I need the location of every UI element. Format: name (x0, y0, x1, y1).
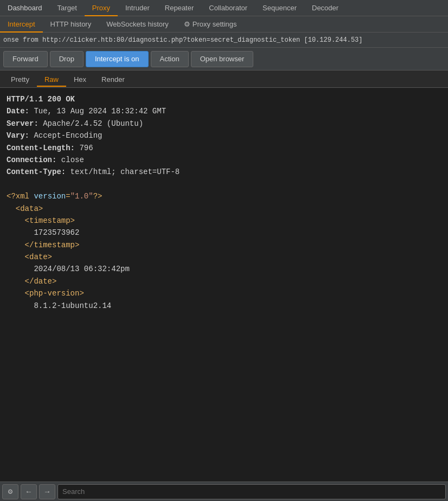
xml-php-version-value: 8.1.2-1ubuntu2.14 (7, 300, 441, 312)
response-content: HTTP/1.1 200 OK Date: Tue, 13 Aug 2024 1… (0, 88, 448, 481)
nav-item-intruder[interactable]: Intruder (118, 0, 157, 16)
header-connection: Connection: close (7, 154, 441, 166)
forward-nav-button[interactable]: → (39, 484, 55, 499)
gear-icon: ⚙ (184, 20, 190, 28)
forward-icon: → (45, 487, 49, 496)
xml-timestamp-value: 1723573962 (7, 227, 441, 239)
nav-item-dashboard[interactable]: Dashboard (0, 0, 50, 16)
header-content-length: Content-Length: 796 (7, 142, 441, 154)
back-icon: ← (27, 487, 31, 496)
header-vary: Vary: Accept-Encoding (7, 130, 441, 142)
content-tabs: Pretty Raw Hex Render (0, 70, 448, 88)
http-status-line: HTTP/1.1 200 OK (7, 93, 441, 105)
settings-button[interactable]: ⚙ (2, 484, 18, 499)
sub-nav-proxy-settings[interactable]: ⚙Proxy settings (176, 16, 245, 33)
drop-button[interactable]: Drop (50, 51, 84, 67)
intercept-button[interactable]: Intercept is on (86, 51, 149, 67)
xml-data-open: <data> (7, 203, 441, 215)
header-server: Server: Apache/2.4.52 (Ubuntu) (7, 118, 441, 130)
top-navigation: Dashboard Target Proxy Intruder Repeater… (0, 0, 448, 16)
open-browser-button[interactable]: Open browser (191, 51, 254, 67)
header-date: Date: Tue, 13 Aug 2024 18:32:42 GMT (7, 105, 441, 117)
url-bar: onse from http://clicker.htb:80/diagnost… (0, 33, 448, 48)
sub-nav-intercept[interactable]: Intercept (0, 16, 43, 33)
xml-date-open: <date> (7, 251, 441, 263)
tab-hex[interactable]: Hex (66, 73, 94, 87)
sub-nav-http-history[interactable]: HTTP history (43, 16, 99, 33)
nav-item-repeater[interactable]: Repeater (157, 0, 201, 16)
xml-php-version-open: <php-version> (7, 287, 441, 299)
header-content-type: Content-Type: text/html; charset=UTF-8 (7, 166, 441, 178)
toolbar: Forward Drop Intercept is on Action Open… (0, 48, 448, 70)
tab-raw[interactable]: Raw (37, 73, 66, 87)
xml-declaration: <?xml version="1.0"?> (7, 190, 441, 202)
xml-date-value: 2024/08/13 06:32:42pm (7, 263, 441, 275)
back-button[interactable]: ← (21, 484, 37, 499)
xml-timestamp-close: </timestamp> (7, 239, 441, 251)
sub-nav-websockets-history[interactable]: WebSockets history (99, 16, 176, 33)
nav-item-decoder[interactable]: Decoder (304, 0, 346, 16)
sub-navigation: Intercept HTTP history WebSockets histor… (0, 16, 448, 33)
xml-date-close: </date> (7, 275, 441, 287)
tab-pretty[interactable]: Pretty (3, 73, 37, 87)
nav-item-collaborator[interactable]: Collaborator (201, 0, 255, 16)
bottom-bar: ⚙ ← → (0, 481, 448, 501)
tab-render[interactable]: Render (94, 73, 132, 87)
xml-timestamp-open: <timestamp> (7, 215, 441, 227)
nav-item-proxy[interactable]: Proxy (85, 0, 118, 16)
search-input[interactable] (57, 484, 446, 499)
nav-item-target[interactable]: Target (50, 0, 85, 16)
gear-icon: ⚙ (8, 487, 12, 496)
action-button[interactable]: Action (151, 51, 189, 67)
forward-button[interactable]: Forward (3, 51, 48, 67)
nav-item-sequencer[interactable]: Sequencer (255, 0, 304, 16)
